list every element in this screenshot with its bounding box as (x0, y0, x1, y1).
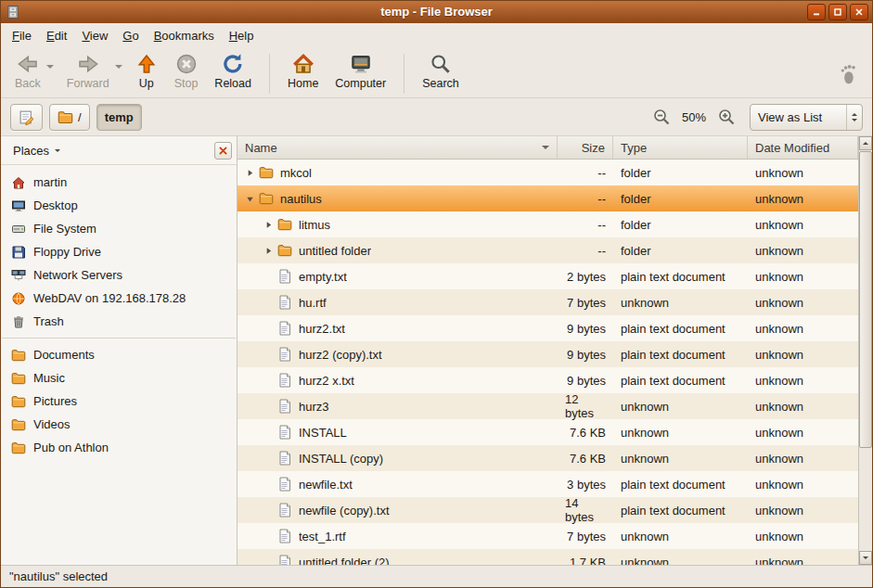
size-cell: 14 bytes (558, 497, 613, 523)
file-row-install[interactable]: INSTALL7.6 KBunknownunknown (238, 419, 858, 445)
file-row-newfile-txt[interactable]: newfile.txt3 bytesplain text documentunk… (238, 471, 858, 497)
home-button[interactable]: Home (279, 50, 327, 93)
edit-location-button[interactable] (10, 104, 43, 131)
sidebar-item-pictures[interactable]: Pictures (1, 390, 237, 413)
up-button[interactable]: Up (127, 50, 166, 93)
forward-history-dropdown[interactable] (113, 53, 124, 81)
size-cell: -- (558, 160, 613, 185)
scrollbar-thumb[interactable] (859, 151, 872, 448)
file-row-hurz2-x-txt[interactable]: hurz2 x.txt9 bytesplain text documentunk… (238, 367, 858, 393)
sidebar-item-webdav-on-192-168-178-28[interactable]: WebDAV on 192.168.178.28 (1, 287, 237, 310)
menu-edit[interactable]: Edit (39, 25, 74, 46)
maximize-button[interactable] (828, 4, 847, 20)
spin-up-icon (852, 113, 857, 116)
expander-spacer (262, 374, 275, 387)
file-row-untitled-folder[interactable]: untitled folder--folderunknown (238, 237, 858, 263)
sidebar-item-network-servers[interactable]: Network Servers (1, 263, 237, 287)
date-modified-cell: unknown (748, 185, 858, 211)
file-row-newfile-copy-txt[interactable]: newfile (copy).txt14 bytesplain text doc… (238, 497, 858, 523)
file-name: untitled folder (2) (299, 556, 390, 566)
file-row-hu-rtf[interactable]: hu.rtf7 bytesunknownunknown (238, 289, 858, 315)
file-row-nautilus[interactable]: nautilus--folderunknown (238, 185, 858, 211)
place-label: Videos (33, 417, 71, 431)
file-row-hurz2-txt[interactable]: hurz2.txt9 bytesplain text documentunkno… (238, 315, 858, 341)
column-header-date-modified[interactable]: Date Modified (748, 136, 858, 159)
close-button[interactable] (850, 4, 868, 20)
sidebar-item-pub-on-athlon[interactable]: Pub on Athlon (1, 436, 237, 459)
text-file-icon (277, 477, 292, 492)
type-cell: plain text document (613, 263, 748, 289)
file-row-hurz2-copy-txt[interactable]: hurz2 (copy).txt9 bytesplain text docume… (238, 341, 858, 367)
file-name: litmus (299, 218, 330, 232)
name-cell: empty.txt (238, 263, 558, 289)
sidebar-item-documents[interactable]: Documents (1, 343, 237, 366)
menu-file[interactable]: File (5, 25, 39, 46)
titlebar[interactable]: temp - File Browser (1, 1, 872, 23)
toolbar: BackForwardUpStopReloadHomeComputerSearc… (1, 47, 872, 98)
size-cell: 7.6 KB (558, 445, 613, 471)
menu-view[interactable]: View (74, 25, 115, 46)
path-button-temp[interactable]: temp (96, 104, 142, 131)
file-row-litmus[interactable]: litmus--folderunknown (238, 211, 858, 237)
file-row-test-1-rtf[interactable]: test_1.rtf7 bytesunknownunknown (238, 523, 858, 549)
scrollbar-trough[interactable] (859, 150, 872, 551)
expander-collapsed-icon[interactable] (262, 218, 275, 231)
location-bar: /temp 50% View as List (1, 98, 872, 136)
place-label: File System (33, 222, 96, 236)
zoom-out-icon[interactable] (652, 108, 671, 126)
back-icon (17, 53, 39, 75)
sidebar-item-floppy-drive[interactable]: Floppy Drive (1, 240, 237, 263)
type-cell: unknown (613, 419, 748, 445)
date-modified-cell: unknown (748, 289, 858, 315)
sidebar-item-videos[interactable]: Videos (1, 413, 237, 436)
view-mode-selector[interactable]: View as List (750, 104, 863, 131)
reload-label: Reload (214, 77, 251, 90)
webdav-icon (11, 291, 26, 306)
type-cell: plain text document (613, 341, 748, 367)
expander-collapsed-icon[interactable] (262, 244, 275, 257)
menu-bookmarks[interactable]: Bookmarks (147, 25, 222, 46)
minimize-button[interactable] (807, 4, 826, 20)
search-button[interactable]: Search (414, 50, 468, 93)
scroll-up-button[interactable] (859, 136, 872, 150)
status-text: "nautilus" selected (9, 569, 108, 583)
file-row-install-copy[interactable]: INSTALL (copy)7.6 KBunknownunknown (238, 445, 858, 471)
view-mode-spinner[interactable] (846, 105, 862, 130)
expander-expanded-icon[interactable] (243, 192, 256, 205)
vertical-scrollbar[interactable] (858, 136, 872, 565)
folder-icon (259, 191, 274, 206)
folder-icon (11, 348, 26, 363)
file-row-untitled-folder-2[interactable]: untitled folder (2)1.7 KBunknownunknown (238, 549, 858, 565)
reload-button[interactable]: Reload (206, 50, 260, 93)
sidebar-item-trash[interactable]: Trash (1, 310, 237, 333)
zoom-in-icon[interactable] (717, 108, 736, 126)
stop-icon (175, 53, 198, 75)
trash-icon (11, 314, 26, 329)
expander-spacer (262, 478, 275, 491)
path-button-[interactable]: / (49, 104, 90, 131)
date-modified-cell: unknown (748, 497, 858, 523)
sidebar-item-music[interactable]: Music (1, 366, 237, 390)
column-header-name[interactable]: Name (238, 136, 558, 159)
places-selector[interactable]: Places (7, 141, 66, 160)
file-row-mkcol[interactable]: mkcol--folderunknown (238, 160, 858, 185)
scroll-down-button[interactable] (859, 551, 872, 565)
expander-collapsed-icon[interactable] (243, 166, 256, 179)
date-modified-cell: unknown (748, 341, 858, 367)
computer-button[interactable]: Computer (327, 50, 394, 93)
sidebar-item-desktop[interactable]: Desktop (1, 194, 237, 217)
sidebar-close-button[interactable] (214, 142, 232, 160)
text-file-icon (277, 373, 292, 388)
menu-go[interactable]: Go (115, 25, 146, 46)
desktop-icon (11, 198, 26, 213)
file-row-hurz3[interactable]: hurz312 bytesunknownunknown (238, 393, 858, 419)
back-history-dropdown[interactable] (45, 53, 56, 81)
column-header-size[interactable]: Size (558, 136, 613, 159)
sidebar-item-file-system[interactable]: File System (1, 217, 237, 240)
file-name: hurz3 (299, 400, 329, 414)
menu-help[interactable]: Help (222, 25, 262, 46)
file-row-empty-txt[interactable]: empty.txt2 bytesplain text documentunkno… (238, 263, 858, 289)
column-header-type[interactable]: Type (613, 136, 748, 159)
sidebar-item-martin[interactable]: martin (1, 171, 237, 194)
text-file-icon (277, 399, 292, 414)
